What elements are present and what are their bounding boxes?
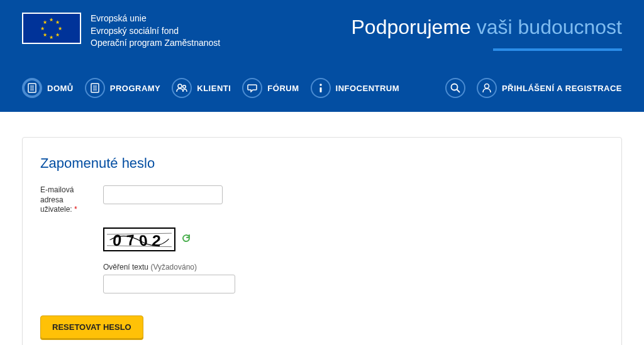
info-icon xyxy=(311,78,331,98)
nav-clients-label: KLIENTI xyxy=(197,84,231,93)
org-line-3: Operační program Zaměstnanost xyxy=(91,37,342,50)
email-field[interactable] xyxy=(103,185,223,204)
document-icon xyxy=(85,78,105,98)
nav-forum[interactable]: FÓRUM xyxy=(242,78,299,98)
verify-hint: (Vyžadováno) xyxy=(150,263,197,271)
user-icon xyxy=(477,78,497,98)
tagline-main: Podporujeme xyxy=(352,16,471,38)
nav-programs[interactable]: PROGRAMY xyxy=(85,78,161,98)
svg-rect-11 xyxy=(319,87,321,92)
captcha-image: 0 7 0 2 xyxy=(103,227,175,251)
organization-text: Evropská unie Evropský sociální fond Ope… xyxy=(91,13,342,50)
main-nav: DOMŮ PROGRAMY KLIENTI FÓRUM xyxy=(22,67,622,112)
nav-clients[interactable]: KLIENTI xyxy=(172,78,231,98)
org-line-1: Evropská unie xyxy=(91,13,342,25)
svg-text:7: 7 xyxy=(126,231,136,248)
svg-point-14 xyxy=(484,84,489,89)
nav-forum-label: FÓRUM xyxy=(267,84,299,93)
email-label: E-mailová adresa uživatele: * xyxy=(40,185,97,215)
svg-point-9 xyxy=(183,85,186,89)
nav-search[interactable] xyxy=(445,78,465,98)
page-title: Zapomenuté heslo xyxy=(40,155,604,172)
tagline-underline xyxy=(493,48,622,51)
org-line-2: Evropský sociální fond xyxy=(91,25,342,38)
svg-line-13 xyxy=(457,90,460,93)
svg-text:0: 0 xyxy=(112,231,122,249)
nav-infocenter[interactable]: INFOCENTRUM xyxy=(311,78,400,98)
reset-password-button[interactable]: RESETOVAT HESLO xyxy=(40,315,143,339)
refresh-captcha-icon[interactable] xyxy=(182,234,191,244)
required-mark: * xyxy=(74,205,77,214)
users-icon xyxy=(172,78,192,98)
tagline-accent: vaši budoucnost xyxy=(477,16,622,38)
nav-login-label: PŘIHLÁŠENÍ A REGISTRACE xyxy=(502,84,622,93)
nav-infocenter-label: INFOCENTRUM xyxy=(336,84,400,93)
eu-flag-logo: ★ ★ ★ ★ ★ ★ ★ ★ xyxy=(22,13,81,44)
speech-bubble-icon xyxy=(242,78,262,98)
captcha-input[interactable] xyxy=(103,275,235,293)
nav-home-label: DOMŮ xyxy=(47,84,74,93)
svg-point-8 xyxy=(178,84,182,88)
tagline: Podporujeme vaši budoucnost xyxy=(352,13,623,51)
nav-home[interactable]: DOMŮ xyxy=(22,78,74,98)
verify-label: Ověření textu (Vyžadováno) xyxy=(103,263,604,271)
forgot-password-card: Zapomenuté heslo E-mailová adresa uživat… xyxy=(22,137,622,345)
nav-login[interactable]: PŘIHLÁŠENÍ A REGISTRACE xyxy=(477,78,622,98)
svg-text:2: 2 xyxy=(152,231,162,249)
nav-programs-label: PROGRAMY xyxy=(110,84,161,93)
svg-point-12 xyxy=(451,84,457,90)
document-icon xyxy=(22,78,42,98)
svg-point-10 xyxy=(319,84,322,86)
search-icon xyxy=(445,78,465,98)
